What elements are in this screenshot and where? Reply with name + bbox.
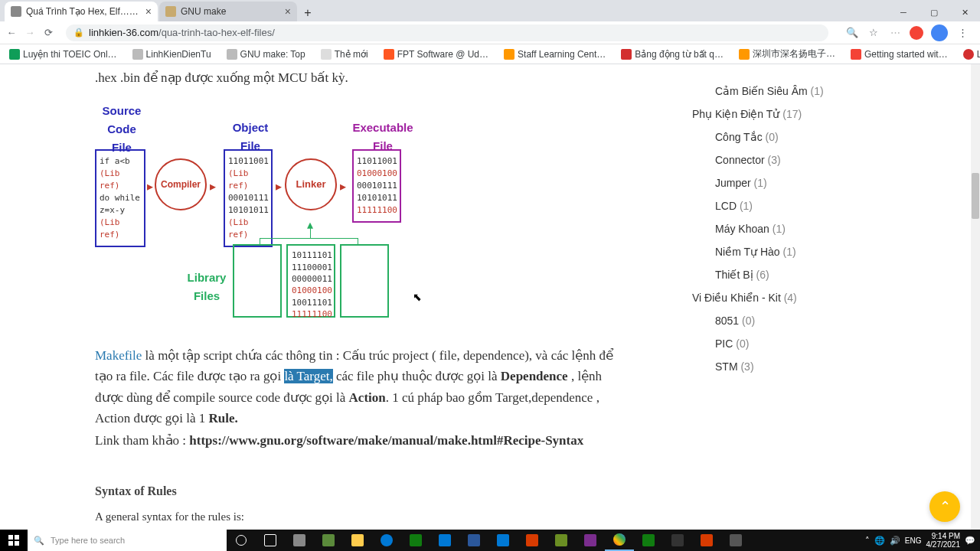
sidebar-group[interactable]: Phụ Kiện Điện Tử (17): [692, 103, 956, 126]
volume-icon[interactable]: 🔊: [890, 536, 900, 546]
syntax-heading: Syntax of Rules: [95, 481, 680, 501]
app-icon[interactable]: [692, 530, 721, 551]
tab-active[interactable]: Quá Trình Tạo Hex, Elf… Files Phầ ×: [5, 2, 158, 21]
bookmark-icon: [851, 49, 861, 60]
sidebar-item[interactable]: Thiết Bị (6): [692, 263, 956, 286]
intro-text: .hex .bin để nạp được xuống một MCU bất …: [95, 64, 680, 88]
chrome-icon[interactable]: [605, 530, 634, 551]
clock[interactable]: 9:14 PM 4/27/2021: [926, 532, 961, 549]
url-input[interactable]: 🔒 linhkien-36.com/qua-trinh-tao-hex-elf-…: [66, 24, 828, 41]
bookmark[interactable]: 深圳市深名扬电子…: [734, 46, 840, 62]
bookmark-icon: [321, 49, 332, 60]
svg-rect-1: [15, 535, 19, 540]
bookmarks-bar: Luyện thi TOEIC Onl… LinhKienDienTu GNU …: [0, 44, 980, 64]
close-icon[interactable]: ×: [285, 5, 291, 18]
start-button[interactable]: [0, 530, 28, 551]
bookmark[interactable]: FPT Software @ Ud…: [379, 47, 493, 61]
app-icon[interactable]: [459, 530, 488, 551]
lib-box: 10111101 11100001 00000011 01000100 1001…: [286, 244, 335, 318]
reload-button[interactable]: ⟳: [41, 26, 55, 40]
extension-icon[interactable]: ⋯: [888, 26, 902, 40]
app-icon[interactable]: [314, 530, 343, 551]
close-icon[interactable]: ×: [145, 5, 152, 18]
makefile-link[interactable]: Makefile: [95, 348, 142, 363]
sidebar-item[interactable]: Jumper (1): [692, 171, 956, 194]
close-button[interactable]: ✕: [949, 3, 980, 21]
lib-connector: [260, 238, 260, 244]
task-icons: [227, 530, 750, 551]
compiler-circle: Compiler: [155, 158, 207, 210]
network-icon[interactable]: 🌐: [874, 536, 885, 546]
app-icon[interactable]: [518, 530, 547, 551]
bookmark-label: Bảng động từ bất q…: [635, 49, 724, 60]
taskview-icon[interactable]: [256, 530, 285, 551]
cortana-icon[interactable]: [227, 530, 256, 551]
sidebar-item[interactable]: Công Tắc (0): [692, 126, 956, 148]
profile-avatar[interactable]: [931, 24, 948, 41]
new-tab-button[interactable]: +: [299, 6, 317, 21]
app-icon[interactable]: [634, 530, 663, 551]
back-button[interactable]: ←: [5, 26, 18, 40]
maximize-button[interactable]: ▢: [919, 3, 949, 21]
explorer-icon[interactable]: [343, 530, 372, 551]
linker-circle: Linker: [285, 158, 337, 210]
bookmark-label: FPT Software @ Ud…: [397, 49, 488, 60]
app-icon[interactable]: [576, 530, 605, 551]
tab-title: Quá Trình Tạo Hex, Elf… Files Phầ: [26, 6, 141, 17]
bookmark[interactable]: Luyện thi TOEIC Onl…: [5, 47, 122, 61]
minimize-button[interactable]: ─: [888, 3, 919, 21]
sidebar-item[interactable]: LCD (1): [692, 194, 956, 217]
app-icon[interactable]: [372, 530, 401, 551]
bookmark-icon: [227, 49, 237, 60]
sidebar-item[interactable]: Máy Khoan (1): [692, 217, 956, 240]
executable-box: 11011001 01000100 00010111 10101011 1111…: [352, 149, 401, 223]
ime-icon[interactable]: ENG: [905, 536, 922, 545]
sidebar-group[interactable]: Vi Điều Khiển - Kit (4): [692, 286, 956, 309]
page-scrollbar[interactable]: [971, 64, 980, 530]
tray-chevron-icon[interactable]: ˄: [865, 536, 870, 546]
lib-connector: [358, 238, 358, 244]
svg-rect-0: [8, 535, 13, 540]
app-icon[interactable]: [488, 530, 518, 551]
app-icon[interactable]: [285, 530, 314, 551]
url-path: /qua-trinh-tao-hex-elf-files/: [158, 27, 275, 38]
url-domain: linhkien-36.com: [89, 27, 158, 38]
lock-icon: 🔒: [74, 28, 84, 37]
sidebar-item[interactable]: Niềm Tự Hào (1): [692, 240, 956, 263]
sidebar-item[interactable]: STM (3): [692, 355, 956, 378]
bookmark-label: Luyện thi TOEIC Onl…: [23, 49, 117, 60]
bookmark-label: Getting started wit…: [864, 49, 948, 60]
bookmark[interactable]: Bảng động từ bất q…: [616, 47, 728, 61]
bookmark-label: Thẻ mới: [335, 49, 368, 60]
bookmark-label: Login - MEGA: [977, 49, 980, 60]
sidebar-item[interactable]: 8051 (0): [692, 309, 956, 332]
app-icon[interactable]: [721, 530, 750, 551]
app-icon[interactable]: [401, 530, 430, 551]
forward-button[interactable]: →: [23, 26, 37, 40]
compilation-diagram: Source Code File Object File Executable …: [95, 102, 524, 331]
bookmark[interactable]: Login - MEGA: [959, 47, 980, 61]
notifications-icon[interactable]: 💬: [965, 536, 975, 546]
adblock-icon[interactable]: [910, 26, 923, 40]
bookmark[interactable]: Staff Learning Cent…: [499, 47, 610, 61]
bookmark-star-icon[interactable]: ☆: [867, 26, 880, 40]
app-icon[interactable]: [547, 530, 576, 551]
sidebar-item[interactable]: Connector (3): [692, 148, 956, 171]
bookmark[interactable]: GNU make: Top: [222, 47, 310, 61]
app-icon[interactable]: [663, 530, 692, 551]
bookmark[interactable]: Thẻ mới: [316, 47, 373, 61]
sidebar-item[interactable]: Cảm Biến Siêu Âm (1): [692, 80, 956, 103]
sidebar-item[interactable]: PIC (0): [692, 332, 956, 355]
page-content: .hex .bin để nạp được xuống một MCU bất …: [0, 64, 971, 530]
scroll-top-button[interactable]: ⌃: [929, 491, 960, 522]
bookmark[interactable]: LinhKienDienTu: [128, 47, 216, 61]
tab-inactive[interactable]: GNU make ×: [159, 2, 297, 21]
zoom-icon[interactable]: 🔍: [845, 26, 859, 40]
taskbar-search[interactable]: 🔍 Type here to search: [28, 530, 227, 551]
library-label: Library Files: [184, 269, 230, 305]
menu-icon[interactable]: ⋮: [956, 26, 969, 40]
app-icon[interactable]: [430, 530, 459, 551]
taskbar: 🔍 Type here to search ˄ 🌐 🔊 ENG 9:14 PM …: [0, 530, 980, 551]
scrollbar-thumb[interactable]: [972, 173, 979, 219]
bookmark[interactable]: Getting started wit…: [846, 47, 952, 61]
